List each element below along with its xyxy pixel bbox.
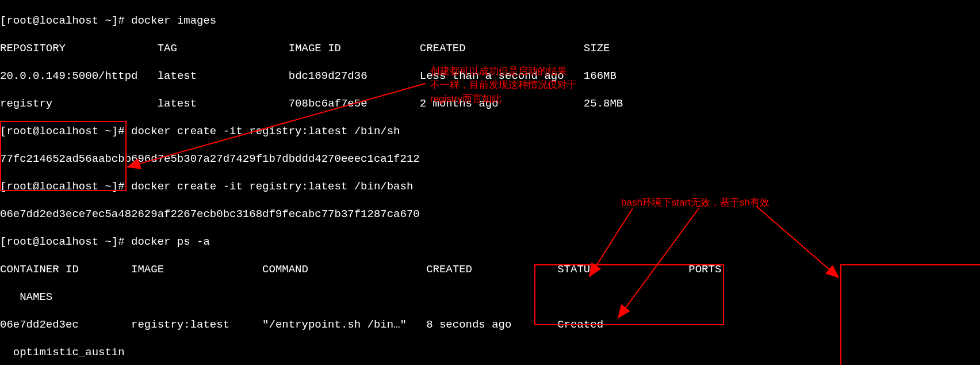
col-image-id: IMAGE ID	[289, 42, 341, 55]
container-status: Created	[557, 318, 603, 331]
image-id: bdc169d27d36	[289, 70, 368, 82]
cmd-docker-ps-a: [root@localhost ~]# docker ps -a	[0, 235, 210, 248]
image-repo: registry	[0, 97, 52, 110]
container-image: registry:latest	[131, 318, 229, 331]
image-repo: 20.0.0.149:5000/httpd	[0, 70, 137, 82]
col-ports: PORTS	[688, 263, 721, 276]
col-container-id: CONTAINER ID	[0, 263, 79, 276]
cmd-docker-create-bash: [root@localhost ~]# docker create -it re…	[0, 180, 413, 193]
col-repository: REPOSITORY	[0, 42, 66, 55]
cmd-docker-create-sh: [root@localhost ~]# docker create -it re…	[0, 125, 400, 138]
annotation-create-note: 不一样，目前发现这种情况仅对于	[430, 79, 577, 92]
container-id: 06e7dd2ed3ec	[0, 318, 79, 331]
container-command: "/entrypoint.sh /bin…"	[262, 318, 407, 331]
container-hash: 77fc214652ad56aabcbb696d7e5b307a27d7429f…	[0, 153, 420, 165]
annotation-create-note: 创建都可以成功但是启动的结果	[430, 65, 567, 78]
col-names: NAMES	[0, 291, 52, 303]
image-tag: latest	[158, 70, 197, 82]
col-image: IMAGE	[131, 263, 164, 276]
col-size: SIZE	[584, 42, 610, 55]
image-size: 25.8MB	[584, 97, 623, 110]
container-hash: 06e7dd2ed3ece7ec5a482629af2267ecb0bc3168…	[0, 208, 420, 220]
col-status: STATUS	[557, 263, 596, 276]
image-id: 708bc6af7e5e	[289, 97, 368, 110]
col-command: COMMAND	[262, 263, 308, 276]
terminal-output: [root@localhost ~]# docker images REPOSI…	[0, 0, 938, 365]
annotation-bash-note: bash环境下start无效，基于sh有效	[621, 196, 770, 209]
image-size: 166MB	[584, 70, 617, 82]
image-tag: latest	[158, 97, 197, 110]
col-tag: TAG	[158, 42, 177, 55]
cmd-docker-images: [root@localhost ~]# docker images	[0, 14, 216, 27]
col-created: CREATED	[426, 263, 472, 276]
col-created: CREATED	[420, 42, 466, 55]
container-created: 8 seconds ago	[426, 318, 511, 331]
container-name: optimistic_austin	[0, 346, 125, 359]
annotation-create-note: registry而言如此	[430, 93, 502, 105]
